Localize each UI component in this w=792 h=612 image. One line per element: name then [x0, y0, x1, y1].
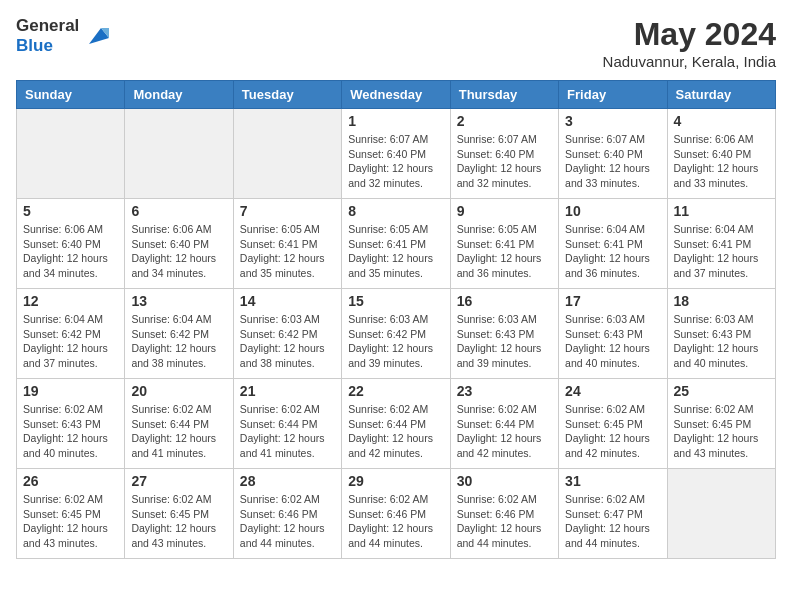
- day-info: Sunrise: 6:02 AMSunset: 6:45 PMDaylight:…: [565, 402, 660, 461]
- day-info: Sunrise: 6:02 AMSunset: 6:44 PMDaylight:…: [131, 402, 226, 461]
- header-wednesday: Wednesday: [342, 81, 450, 109]
- day-info: Sunrise: 6:02 AMSunset: 6:46 PMDaylight:…: [457, 492, 552, 551]
- header-saturday: Saturday: [667, 81, 775, 109]
- location-subtitle: Naduvannur, Kerala, India: [603, 53, 776, 70]
- day-info: Sunrise: 6:06 AMSunset: 6:40 PMDaylight:…: [131, 222, 226, 281]
- day-number: 4: [674, 113, 769, 129]
- day-info: Sunrise: 6:03 AMSunset: 6:43 PMDaylight:…: [674, 312, 769, 371]
- day-cell: 7Sunrise: 6:05 AMSunset: 6:41 PMDaylight…: [233, 199, 341, 289]
- day-cell: 26Sunrise: 6:02 AMSunset: 6:45 PMDayligh…: [17, 469, 125, 559]
- day-number: 25: [674, 383, 769, 399]
- day-cell: 14Sunrise: 6:03 AMSunset: 6:42 PMDayligh…: [233, 289, 341, 379]
- day-info: Sunrise: 6:06 AMSunset: 6:40 PMDaylight:…: [23, 222, 118, 281]
- day-info: Sunrise: 6:05 AMSunset: 6:41 PMDaylight:…: [457, 222, 552, 281]
- day-number: 13: [131, 293, 226, 309]
- day-info: Sunrise: 6:02 AMSunset: 6:46 PMDaylight:…: [348, 492, 443, 551]
- day-number: 5: [23, 203, 118, 219]
- day-info: Sunrise: 6:03 AMSunset: 6:43 PMDaylight:…: [457, 312, 552, 371]
- day-number: 7: [240, 203, 335, 219]
- day-info: Sunrise: 6:05 AMSunset: 6:41 PMDaylight:…: [240, 222, 335, 281]
- day-number: 16: [457, 293, 552, 309]
- day-number: 3: [565, 113, 660, 129]
- header-tuesday: Tuesday: [233, 81, 341, 109]
- day-info: Sunrise: 6:04 AMSunset: 6:41 PMDaylight:…: [674, 222, 769, 281]
- calendar-table: Sunday Monday Tuesday Wednesday Thursday…: [16, 80, 776, 559]
- day-number: 9: [457, 203, 552, 219]
- day-number: 27: [131, 473, 226, 489]
- day-cell: 13Sunrise: 6:04 AMSunset: 6:42 PMDayligh…: [125, 289, 233, 379]
- day-number: 12: [23, 293, 118, 309]
- day-info: Sunrise: 6:06 AMSunset: 6:40 PMDaylight:…: [674, 132, 769, 191]
- day-cell: 18Sunrise: 6:03 AMSunset: 6:43 PMDayligh…: [667, 289, 775, 379]
- week-row-1: 1Sunrise: 6:07 AMSunset: 6:40 PMDaylight…: [17, 109, 776, 199]
- day-number: 31: [565, 473, 660, 489]
- day-number: 11: [674, 203, 769, 219]
- day-info: Sunrise: 6:04 AMSunset: 6:41 PMDaylight:…: [565, 222, 660, 281]
- logo: General Blue: [16, 16, 113, 56]
- day-cell: 28Sunrise: 6:02 AMSunset: 6:46 PMDayligh…: [233, 469, 341, 559]
- day-number: 17: [565, 293, 660, 309]
- day-cell: 30Sunrise: 6:02 AMSunset: 6:46 PMDayligh…: [450, 469, 558, 559]
- day-info: Sunrise: 6:02 AMSunset: 6:44 PMDaylight:…: [457, 402, 552, 461]
- day-cell: [17, 109, 125, 199]
- header-thursday: Thursday: [450, 81, 558, 109]
- day-info: Sunrise: 6:02 AMSunset: 6:44 PMDaylight:…: [240, 402, 335, 461]
- day-info: Sunrise: 6:05 AMSunset: 6:41 PMDaylight:…: [348, 222, 443, 281]
- day-info: Sunrise: 6:04 AMSunset: 6:42 PMDaylight:…: [23, 312, 118, 371]
- day-cell: 10Sunrise: 6:04 AMSunset: 6:41 PMDayligh…: [559, 199, 667, 289]
- header-sunday: Sunday: [17, 81, 125, 109]
- header-monday: Monday: [125, 81, 233, 109]
- day-info: Sunrise: 6:02 AMSunset: 6:45 PMDaylight:…: [23, 492, 118, 551]
- day-cell: 6Sunrise: 6:06 AMSunset: 6:40 PMDaylight…: [125, 199, 233, 289]
- day-cell: 9Sunrise: 6:05 AMSunset: 6:41 PMDaylight…: [450, 199, 558, 289]
- title-block: May 2024 Naduvannur, Kerala, India: [603, 16, 776, 70]
- day-info: Sunrise: 6:04 AMSunset: 6:42 PMDaylight:…: [131, 312, 226, 371]
- day-number: 15: [348, 293, 443, 309]
- day-cell: 5Sunrise: 6:06 AMSunset: 6:40 PMDaylight…: [17, 199, 125, 289]
- logo-blue: Blue: [16, 36, 79, 56]
- day-cell: 11Sunrise: 6:04 AMSunset: 6:41 PMDayligh…: [667, 199, 775, 289]
- day-info: Sunrise: 6:02 AMSunset: 6:43 PMDaylight:…: [23, 402, 118, 461]
- week-row-4: 19Sunrise: 6:02 AMSunset: 6:43 PMDayligh…: [17, 379, 776, 469]
- day-cell: 8Sunrise: 6:05 AMSunset: 6:41 PMDaylight…: [342, 199, 450, 289]
- day-cell: 16Sunrise: 6:03 AMSunset: 6:43 PMDayligh…: [450, 289, 558, 379]
- day-cell: 4Sunrise: 6:06 AMSunset: 6:40 PMDaylight…: [667, 109, 775, 199]
- day-cell: 20Sunrise: 6:02 AMSunset: 6:44 PMDayligh…: [125, 379, 233, 469]
- day-cell: [233, 109, 341, 199]
- day-cell: 22Sunrise: 6:02 AMSunset: 6:44 PMDayligh…: [342, 379, 450, 469]
- day-cell: 15Sunrise: 6:03 AMSunset: 6:42 PMDayligh…: [342, 289, 450, 379]
- day-number: 2: [457, 113, 552, 129]
- day-number: 28: [240, 473, 335, 489]
- day-number: 10: [565, 203, 660, 219]
- day-number: 26: [23, 473, 118, 489]
- logo-general: General: [16, 16, 79, 36]
- day-info: Sunrise: 6:07 AMSunset: 6:40 PMDaylight:…: [348, 132, 443, 191]
- day-info: Sunrise: 6:03 AMSunset: 6:42 PMDaylight:…: [348, 312, 443, 371]
- page-header: General Blue May 2024 Naduvannur, Kerala…: [16, 16, 776, 70]
- day-info: Sunrise: 6:03 AMSunset: 6:42 PMDaylight:…: [240, 312, 335, 371]
- day-cell: 17Sunrise: 6:03 AMSunset: 6:43 PMDayligh…: [559, 289, 667, 379]
- header-friday: Friday: [559, 81, 667, 109]
- day-number: 30: [457, 473, 552, 489]
- week-row-5: 26Sunrise: 6:02 AMSunset: 6:45 PMDayligh…: [17, 469, 776, 559]
- day-number: 24: [565, 383, 660, 399]
- day-cell: 23Sunrise: 6:02 AMSunset: 6:44 PMDayligh…: [450, 379, 558, 469]
- day-cell: 1Sunrise: 6:07 AMSunset: 6:40 PMDaylight…: [342, 109, 450, 199]
- day-number: 18: [674, 293, 769, 309]
- day-info: Sunrise: 6:02 AMSunset: 6:46 PMDaylight:…: [240, 492, 335, 551]
- day-cell: 27Sunrise: 6:02 AMSunset: 6:45 PMDayligh…: [125, 469, 233, 559]
- week-row-3: 12Sunrise: 6:04 AMSunset: 6:42 PMDayligh…: [17, 289, 776, 379]
- day-cell: 21Sunrise: 6:02 AMSunset: 6:44 PMDayligh…: [233, 379, 341, 469]
- day-number: 23: [457, 383, 552, 399]
- day-number: 20: [131, 383, 226, 399]
- day-cell: 25Sunrise: 6:02 AMSunset: 6:45 PMDayligh…: [667, 379, 775, 469]
- day-info: Sunrise: 6:07 AMSunset: 6:40 PMDaylight:…: [565, 132, 660, 191]
- day-info: Sunrise: 6:02 AMSunset: 6:45 PMDaylight:…: [131, 492, 226, 551]
- day-cell: 19Sunrise: 6:02 AMSunset: 6:43 PMDayligh…: [17, 379, 125, 469]
- day-cell: 31Sunrise: 6:02 AMSunset: 6:47 PMDayligh…: [559, 469, 667, 559]
- day-number: 29: [348, 473, 443, 489]
- day-info: Sunrise: 6:02 AMSunset: 6:45 PMDaylight:…: [674, 402, 769, 461]
- logo-icon: [81, 20, 113, 52]
- day-cell: [125, 109, 233, 199]
- day-cell: 3Sunrise: 6:07 AMSunset: 6:40 PMDaylight…: [559, 109, 667, 199]
